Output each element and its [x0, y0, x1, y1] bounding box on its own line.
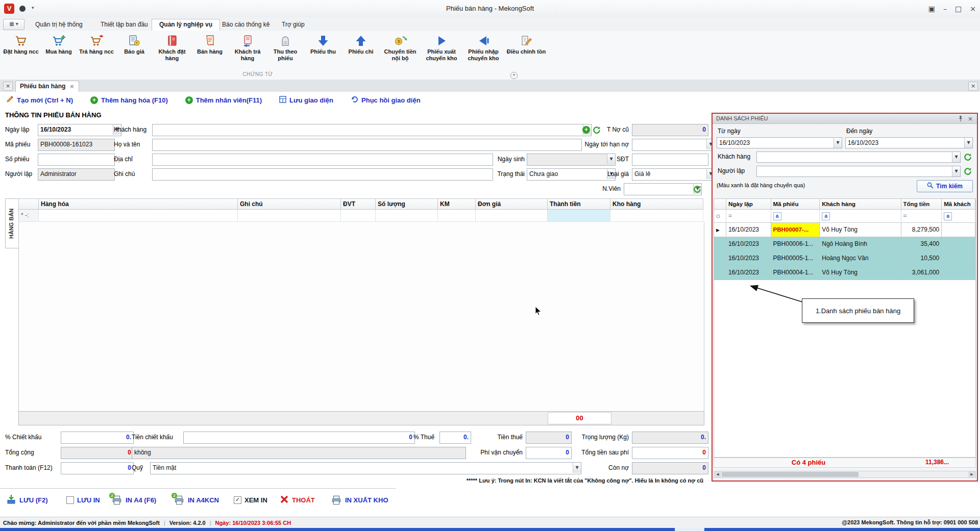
grid-header-cell[interactable]: Ghi chú [238, 198, 341, 210]
cell-ma-khach[interactable] [942, 237, 975, 251]
invoice-row[interactable]: 16/10/2023 PBH00005-1... Hoàng Ngọc Vân … [714, 251, 975, 266]
invoice-row[interactable]: ▶ 16/10/2023 PBH00007-... Võ Huy Tòng 8,… [714, 223, 975, 237]
save-layout-button[interactable]: Lưu giao diện [279, 96, 333, 105]
invoice-row[interactable]: 16/10/2023 PBH00004-1... Võ Huy Tòng 3,0… [714, 266, 975, 280]
items-grid-new-row[interactable]: * -: [18, 210, 703, 222]
ribbon-tra-hang-ncc[interactable]: Trả hàng ncc [78, 32, 115, 71]
cell-khach-hang[interactable]: Võ Huy Tòng [820, 266, 901, 280]
grid-cell[interactable] [238, 210, 341, 222]
filter-cell[interactable]: a [820, 210, 901, 223]
quy-select[interactable]: Tiền mặt▼ [150, 462, 581, 474]
ribbon-thu-theo-phieu[interactable]: Thu theo phiếu [266, 32, 304, 71]
checkbox-unchecked-icon[interactable] [66, 496, 74, 504]
print-a4-button[interactable]: 2 IN A4 (F6) [111, 492, 156, 508]
filter-cell[interactable]: a [942, 210, 975, 223]
cell-khach-hang[interactable]: Ngô Hoàng Bình [820, 237, 901, 251]
ho-ten-field[interactable] [152, 139, 582, 151]
cell-ma-phieu[interactable]: PBH00005-1... [771, 251, 820, 266]
ribbon-phieu-nhap-chuyen-kho[interactable]: Phiếu nhập chuyển kho [462, 32, 504, 71]
chevron-down-icon[interactable]: ▼ [834, 138, 842, 148]
thanh-toan-field[interactable]: 0 [61, 462, 134, 474]
ribbon-khach-dat-hang[interactable]: Khách đặt hàng [153, 32, 191, 71]
refresh-panel-creator-icon[interactable] [964, 167, 972, 175]
ngay-lap-select[interactable]: 16/10/2023▼ [38, 124, 121, 136]
cell-ma-phieu-highlighted[interactable]: PBH00007-... [771, 223, 820, 237]
sdt-field[interactable] [632, 154, 708, 166]
chevron-down-icon[interactable]: ▼ [952, 152, 960, 162]
exit-button[interactable]: THOÁT [280, 492, 315, 508]
search-button[interactable]: Tìm kiếm [917, 180, 973, 192]
filter-cell[interactable]: = [726, 210, 771, 223]
scrollbar-thumb[interactable] [722, 472, 859, 477]
chiet-khau-pct-field[interactable]: 0. [61, 432, 134, 444]
create-new-button[interactable]: Tạo mới (Ctrl + N) [6, 95, 73, 105]
grid-header-cell[interactable]: Mã khách [942, 199, 975, 210]
cell-ngay-lap[interactable]: 16/10/2023 [726, 266, 771, 280]
ribbon-group-options-button[interactable]: ▾ [510, 72, 518, 79]
tien-chiet-khau-field[interactable]: 0 [183, 432, 415, 444]
filter-cell[interactable]: = [901, 210, 942, 223]
ribbon-bao-gia[interactable]: Báo giá [115, 32, 153, 71]
side-tab-hang-ban[interactable]: HÀNG BÁN [5, 198, 19, 248]
cell-tong-tien[interactable]: 8,279,500 [901, 223, 942, 237]
grid-cell[interactable] [39, 210, 238, 222]
cell-ma-phieu[interactable]: PBH00006-1... [771, 237, 820, 251]
ghi-chu-field[interactable] [152, 168, 493, 181]
dia-chi-field[interactable] [152, 154, 493, 166]
nvien-select[interactable]: ▼ [624, 183, 702, 195]
panel-nguoi-lap-select[interactable]: ▼ [756, 166, 961, 177]
tab-quan-tri-he-thong[interactable]: Quản trị hệ thống [28, 19, 90, 32]
scroll-left-icon[interactable]: ◀ [714, 471, 721, 477]
maximize-icon[interactable]: □ [955, 5, 962, 13]
grid-cell[interactable] [476, 210, 548, 222]
pin-icon[interactable] [958, 115, 964, 125]
ribbon-phieu-thu[interactable]: Phiếu thu [304, 32, 342, 71]
phi-van-chuyen-field[interactable]: 0 [526, 447, 572, 459]
grid-header-cell[interactable]: Mã phiếu [771, 199, 820, 210]
tab-phieu-ban-hang[interactable]: Phiếu bán hàng× [15, 81, 79, 92]
cell-khach-hang[interactable]: Võ Huy Tòng [820, 223, 901, 237]
close-panel-icon[interactable]: × [968, 114, 973, 124]
fit-window-icon[interactable]: ▣ [928, 5, 935, 13]
items-grid-body[interactable] [18, 222, 704, 411]
grid-header-cell[interactable]: Hàng hóa [39, 198, 238, 210]
ribbon-khach-tra-hang[interactable]: Khách trả hàng [229, 32, 266, 71]
grid-header-cell[interactable]: Kho hàng [610, 198, 703, 210]
tab-thiet-lap-ban-dau[interactable]: Thiết lập ban đầu [93, 19, 156, 32]
close-icon[interactable]: × [970, 5, 976, 13]
panel-khach-hang-select[interactable]: ▼ [756, 151, 961, 163]
ribbon-mua-hang[interactable]: Mua hàng [40, 32, 78, 71]
grid-cell[interactable] [438, 210, 476, 222]
ribbon-phieu-chi[interactable]: Phiếu chi [342, 32, 380, 71]
cell-tong-tien[interactable]: 10,500 [901, 251, 942, 266]
ghi-chu-thanh-toan-field[interactable]: không [132, 447, 466, 459]
print-a4kcn-button[interactable]: 2 IN A4KCN [174, 492, 219, 508]
grid-cell[interactable] [610, 210, 703, 222]
save-print-button[interactable]: LƯU IN [66, 492, 100, 508]
ribbon-dat-hang-ncc[interactable]: Đặt hàng ncc [2, 32, 40, 71]
trang-thai-select[interactable]: Chưa giao▼ [527, 168, 616, 181]
checkbox-checked-icon[interactable]: ✓ [234, 496, 241, 504]
chevron-down-icon[interactable]: ▼ [952, 166, 960, 176]
grid-header-cell[interactable]: Số lượng [376, 198, 438, 210]
refresh-panel-customer-icon[interactable] [964, 153, 972, 161]
tu-ngay-select[interactable]: 16/10/2023▼ [717, 137, 842, 148]
cell-ma-khach[interactable] [942, 251, 975, 266]
add-staff-button[interactable]: + Thêm nhân viên(F11) [185, 96, 262, 104]
grid-cell[interactable] [376, 210, 438, 222]
cell-tong-tien[interactable]: 3,061,000 [901, 266, 942, 280]
thue-pct-field[interactable]: 0. [439, 432, 471, 444]
loai-gia-select[interactable]: Giá lẻ▼ [632, 168, 715, 181]
menu-grid-button[interactable]: ▦ ▾ [3, 19, 24, 30]
ngay-toi-han-select[interactable]: ▼ [632, 139, 715, 151]
preview-print-checkbox[interactable]: ✓ XEM IN [234, 492, 267, 508]
ribbon-phieu-xuat-chuyen-kho[interactable]: Phiếu xuất chuyển kho [421, 32, 462, 71]
cell-ma-khach[interactable] [942, 266, 975, 280]
cell-ngay-lap[interactable]: 16/10/2023 [726, 223, 771, 237]
minimize-icon[interactable]: – [943, 5, 947, 13]
close-tab-right-icon[interactable]: × [968, 82, 978, 91]
scroll-right-icon[interactable]: ▶ [968, 471, 975, 477]
grid-header-cell[interactable]: Khách hàng [820, 199, 901, 210]
khach-hang-select[interactable]: ▼ [152, 124, 592, 136]
filter-cell[interactable]: a [771, 210, 820, 223]
